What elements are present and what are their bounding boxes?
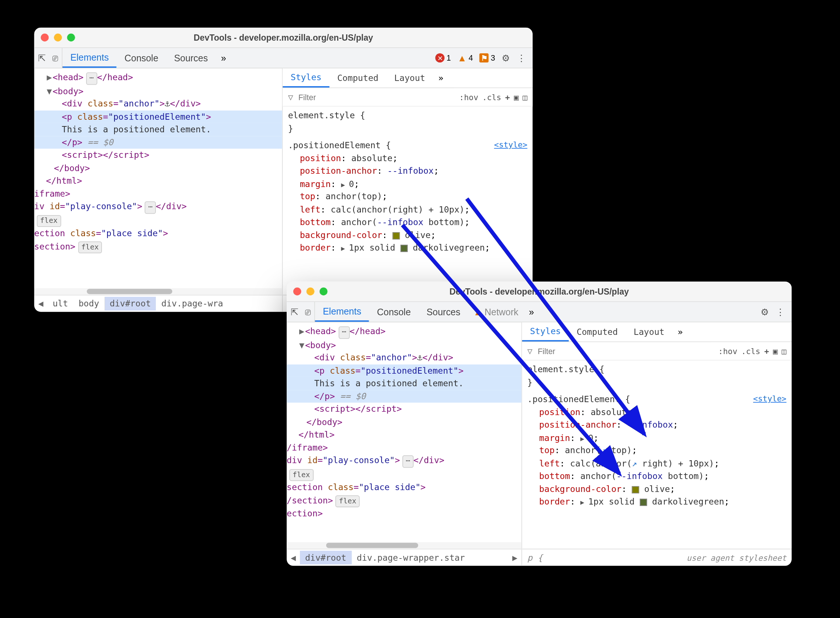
hov-toggle[interactable]: :hov <box>459 92 478 102</box>
dom-head[interactable]: <head> <box>52 73 83 82</box>
cls-toggle[interactable]: .cls <box>741 346 760 355</box>
caret-icon[interactable]: ▶ <box>298 325 305 338</box>
chevron-right-icon[interactable]: » <box>216 48 231 68</box>
dom-selected-p[interactable]: <p class="positionedElement"> <box>34 110 282 123</box>
crumb-item[interactable]: body <box>73 297 104 310</box>
brush-icon[interactable]: ▣ <box>514 92 519 102</box>
inspect-icon[interactable]: ⇱ <box>38 52 46 63</box>
breadcrumb: ◀ div#root div.page-wrapper.star ▶ <box>287 549 521 566</box>
kebab-icon[interactable]: ⋮ <box>776 306 785 317</box>
rule-selector[interactable]: .positionedElement { <box>288 140 391 150</box>
new-rule-icon[interactable]: + <box>764 346 769 355</box>
gear-icon[interactable]: ⚙ <box>502 52 510 63</box>
warning-count[interactable]: ▲4 <box>457 52 473 63</box>
caret-icon[interactable]: ▶ <box>46 71 53 84</box>
devtools-window-a: DevTools - developer.mozilla.org/en-US/p… <box>34 28 533 312</box>
dots-pill[interactable]: ⋯ <box>86 73 97 85</box>
chevron-right-icon[interactable]: » <box>523 302 539 322</box>
issue-count[interactable]: ⚑3 <box>480 53 495 62</box>
cls-toggle[interactable]: .cls <box>482 92 501 102</box>
close-icon[interactable] <box>41 34 48 42</box>
tab-sources[interactable]: Sources <box>419 302 468 322</box>
chevron-right-icon[interactable]: » <box>433 68 449 88</box>
caret-down-icon[interactable]: ▼ <box>46 85 53 98</box>
devtools-window-b: DevTools - developer.mozilla.org/en-US/p… <box>287 282 792 566</box>
filter-input[interactable] <box>536 346 576 356</box>
device-icon[interactable]: ⎚ <box>52 52 58 63</box>
titlebar: DevTools - developer.mozilla.org/en-US/p… <box>34 28 533 47</box>
maximize-icon[interactable] <box>67 34 75 42</box>
device-icon[interactable]: ⎚ <box>305 306 310 317</box>
h-scrollbar[interactable] <box>287 542 521 549</box>
dom-tree[interactable]: ▶<head>⋯</head> ▼<body> <div class="anch… <box>287 322 521 542</box>
brush-icon[interactable]: ▣ <box>773 346 778 355</box>
dom-body-open[interactable]: <body> <box>52 86 83 96</box>
filter-icon[interactable]: ▽ <box>527 346 533 356</box>
chevron-right-icon[interactable]: » <box>672 322 688 342</box>
elements-pane: ▶<head>⋯</head> ▼<body> <div class="anch… <box>34 68 283 312</box>
flex-badge[interactable]: flex <box>78 241 102 253</box>
window-title: DevTools - developer.mozilla.org/en-US/p… <box>41 33 526 43</box>
crumb-right-icon[interactable]: ▶ <box>508 553 521 563</box>
minimize-icon[interactable] <box>54 34 62 42</box>
tab-layout[interactable]: Layout <box>626 322 672 342</box>
anchor-link-icon[interactable]: ↗ <box>632 458 637 468</box>
crumb-left-icon[interactable]: ◀ <box>34 299 47 309</box>
crumb-item[interactable]: ult <box>47 297 73 310</box>
dom-tree[interactable]: ▶<head>⋯</head> ▼<body> <div class="anch… <box>34 68 282 288</box>
tab-styles[interactable]: Styles <box>522 322 569 342</box>
crumb-item-active[interactable]: div#root <box>105 297 156 310</box>
tab-layout[interactable]: Layout <box>387 68 433 88</box>
maximize-icon[interactable] <box>320 288 327 295</box>
filter-icon[interactable]: ▽ <box>288 92 293 102</box>
color-swatch-icon[interactable] <box>640 499 647 506</box>
tab-styles[interactable]: Styles <box>283 68 329 88</box>
element-style-open[interactable]: element.style { <box>288 109 527 122</box>
color-swatch-icon[interactable] <box>400 245 408 252</box>
gear-icon[interactable]: ⚙ <box>761 306 769 317</box>
style-source-link[interactable]: <style> <box>494 139 527 151</box>
tab-console[interactable]: Console <box>369 302 419 322</box>
flex-badge[interactable]: flex <box>336 495 360 507</box>
style-source-link[interactable]: <style> <box>753 393 787 405</box>
tab-console[interactable]: Console <box>117 48 166 68</box>
elements-pane: ▶<head>⋯</head> ▼<body> <div class="anch… <box>287 322 522 566</box>
window-title: DevTools - developer.mozilla.org/en-US/p… <box>293 287 785 296</box>
titlebar: DevTools - developer.mozilla.org/en-US/p… <box>287 282 792 301</box>
crumb-item[interactable]: div.page-wrapper.star <box>352 551 470 565</box>
crumb-left-icon[interactable]: ◀ <box>287 553 300 563</box>
inspect-icon[interactable]: ⇱ <box>291 306 298 317</box>
tab-sources[interactable]: Sources <box>166 48 216 68</box>
kebab-icon[interactable]: ⋮ <box>517 52 526 63</box>
minimize-icon[interactable] <box>306 288 314 295</box>
tab-computed[interactable]: Computed <box>569 322 626 342</box>
crumb-item-active[interactable]: div#root <box>300 551 352 565</box>
panel-icon[interactable]: ◫ <box>782 346 787 355</box>
tab-elements[interactable]: Elements <box>315 302 369 322</box>
traffic-lights <box>293 288 327 295</box>
h-scrollbar[interactable] <box>34 288 282 295</box>
crumb-item[interactable]: div.page-wra <box>156 297 229 310</box>
dom-selected-p[interactable]: <p class="positionedElement"> <box>287 364 521 377</box>
styles-rules[interactable]: element.style { } <style>.positionedElem… <box>522 360 792 548</box>
close-icon[interactable] <box>293 288 301 295</box>
tab-computed[interactable]: Computed <box>329 68 387 88</box>
panel-icon[interactable]: ◫ <box>523 92 527 102</box>
color-swatch-icon[interactable] <box>392 232 400 239</box>
anchor-link-icon[interactable]: ↗ <box>601 446 606 455</box>
error-count[interactable]: ✕1 <box>435 53 451 62</box>
filter-input[interactable] <box>297 92 336 102</box>
traffic-lights <box>41 34 75 42</box>
main-toolbar: ⇱ ⎚ Elements Console Sources ▲Network » … <box>287 301 792 322</box>
flex-badge[interactable]: flex <box>37 215 61 227</box>
new-rule-icon[interactable]: + <box>505 92 510 102</box>
hov-toggle[interactable]: :hov <box>719 346 737 355</box>
flex-badge[interactable]: flex <box>289 469 313 481</box>
caret-down-icon[interactable]: ▼ <box>298 339 305 352</box>
styles-rules[interactable]: element.style { } <style>.positionedElem… <box>283 107 532 294</box>
breadcrumb: ◀ ult body div#root div.page-wra <box>34 294 282 312</box>
tab-elements[interactable]: Elements <box>62 48 117 68</box>
color-swatch-icon[interactable] <box>632 486 639 493</box>
p-rule: p { <box>527 553 543 563</box>
tab-network[interactable]: ▲Network <box>468 302 524 322</box>
